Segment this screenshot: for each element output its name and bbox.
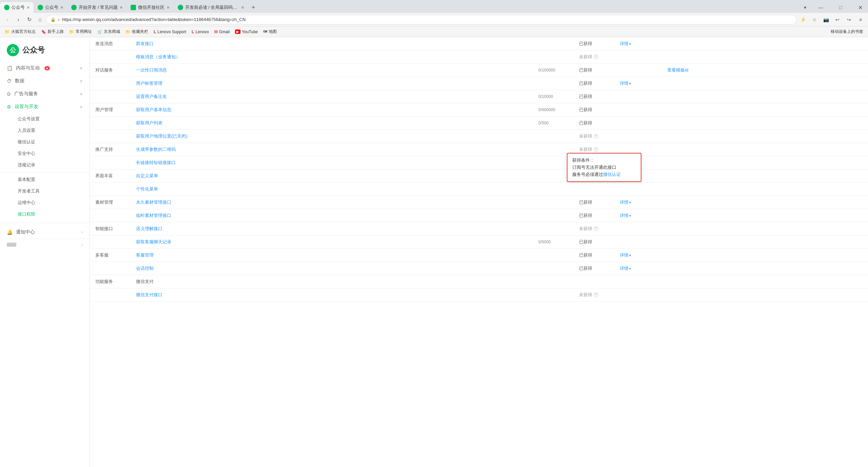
menu-button[interactable]: ≡ <box>856 15 865 24</box>
sidebar-item-data[interactable]: ⏱ 数据 ∨ <box>0 75 90 87</box>
sidebar-item-violations[interactable]: 违规记录 <box>0 159 90 171</box>
cell-quota: 0/100000 <box>533 64 574 77</box>
detail-button[interactable]: 详情 ▾ <box>620 212 656 219</box>
tab-5-close[interactable]: × <box>241 5 244 10</box>
detail-button[interactable]: 详情 ▾ <box>620 199 656 205</box>
cell-feature[interactable]: 长链接转短链接接口 <box>131 156 533 169</box>
help-icon[interactable]: ? <box>594 147 598 152</box>
notification-center[interactable]: 🔔 通知中心 › <box>0 226 90 239</box>
tab-3-close[interactable]: × <box>120 5 122 10</box>
cell-feature[interactable]: 获取用户列表 <box>131 117 533 130</box>
forward-button[interactable]: › <box>14 15 23 24</box>
cell-feature[interactable]: 永久素材管理接口 <box>131 196 533 209</box>
cell-extra <box>662 288 868 302</box>
detail-button[interactable]: 详情 ▾ <box>620 252 656 258</box>
bookmark-star-button[interactable]: ☆ <box>810 15 819 24</box>
cell-quota <box>533 77 574 90</box>
back-button[interactable]: ‹ <box>3 15 12 24</box>
cell-feature[interactable]: 个性化菜单 <box>131 183 533 196</box>
refresh-button[interactable]: ↻ <box>24 15 34 24</box>
bookmark-youtube[interactable]: ▶ YouTube <box>233 29 260 35</box>
extensions-button[interactable]: ⚡ <box>798 15 808 24</box>
cell-feature[interactable]: 获取用户地理位置(已关闭) <box>131 130 533 143</box>
bookmark-xinshou[interactable]: 🔖 新手上路 <box>39 28 66 35</box>
bookmark-jd[interactable]: 🛒 京东商城 <box>95 28 122 35</box>
maximize-button[interactable]: □ <box>833 2 848 13</box>
tab-5[interactable]: 开发前必读 / 全局返回码说明 × <box>174 2 248 13</box>
tab-2-close[interactable]: × <box>60 5 63 10</box>
help-icon[interactable]: ? <box>594 292 598 297</box>
bookmark-huohu[interactable]: 📁 火狐官方站点 <box>3 28 38 35</box>
bookmark-lenovo-support[interactable]: L Lenovo Support <box>152 29 188 35</box>
cell-feature[interactable]: 自定义菜单 <box>131 169 533 183</box>
cell-status: 已获得 <box>574 262 614 275</box>
tab-4[interactable]: 微信开放社区 × <box>127 2 173 13</box>
tooltip-box: 获得条件： 订阅号无法开通此接口 服务号必须通过微信认证 <box>567 153 641 182</box>
view-template-id[interactable]: 查看模板id <box>667 67 688 73</box>
bookmark-changyong-icon: 📁 <box>69 29 74 34</box>
bookmark-gmail[interactable]: M Gmail <box>212 29 232 35</box>
screenshot-button[interactable]: 📷 <box>821 15 831 24</box>
tab-dropdown-button[interactable]: ▾ <box>801 3 809 12</box>
bookmark-lenovo[interactable]: L Lenovo <box>190 29 211 35</box>
bookmark-shoucang[interactable]: 📁 收藏夹栏 <box>123 28 150 35</box>
cell-feature[interactable]: 临时素材管理接口 <box>131 209 533 222</box>
tab-4-close[interactable]: × <box>167 5 169 10</box>
detail-button[interactable]: 详情 ▾ <box>620 80 656 86</box>
sidebar-item-dev-tools[interactable]: 开发者工具 <box>0 185 90 197</box>
sidebar-item-gzh-settings[interactable]: 公众号设置 <box>0 113 90 125</box>
cell-feature[interactable]: 获取用户基本信息 <box>131 103 533 117</box>
help-icon[interactable]: ? <box>594 226 598 231</box>
cell-quota <box>533 50 574 64</box>
undo-button[interactable]: ↩ <box>833 15 842 24</box>
tab-1-close[interactable]: × <box>27 5 30 10</box>
sidebar-item-content[interactable]: 📋 内容与互动 ● ∨ <box>0 62 90 75</box>
help-icon[interactable]: ? <box>594 134 598 139</box>
tab-2[interactable]: 公众号 × <box>34 2 67 13</box>
cell-feature[interactable]: 会话控制 <box>131 262 533 275</box>
cell-feature[interactable]: 设置用户备注名 <box>131 90 533 103</box>
table-row: 用户管理 获取用户基本信息 0/500000 已获得 <box>90 103 868 117</box>
sidebar-item-security[interactable]: 安全中心 <box>0 148 90 159</box>
cell-feature[interactable]: 微信支付接口 <box>131 288 533 302</box>
bookmark-changyong-label: 常用网址 <box>76 29 92 35</box>
minimize-button[interactable]: — <box>813 2 829 13</box>
sidebar-item-settings[interactable]: ⚙ 设置与开发 ∧ <box>0 100 90 113</box>
redo-button[interactable]: ↪ <box>844 15 854 24</box>
cell-feature[interactable]: 一次性订阅消息 <box>131 64 533 77</box>
cell-extra <box>662 196 868 209</box>
bookmark-map[interactable]: 🗺 地图 <box>261 28 279 35</box>
cell-feature[interactable]: 用户标签管理 <box>131 77 533 90</box>
sidebar-item-basic-config[interactable]: 基本配置 <box>0 174 90 185</box>
mobile-bookmarks[interactable]: 移动设备上的书签 <box>829 28 865 35</box>
cell-feature[interactable]: 群发接口 <box>131 37 533 50</box>
detail-button[interactable]: 详情 ▾ <box>620 41 656 47</box>
cell-feature[interactable]: 获取客服聊天记录 <box>131 236 533 249</box>
sidebar-item-people-settings[interactable]: 人员设置 <box>0 125 90 136</box>
cell-extra <box>662 37 868 50</box>
sidebar-item-wechat-cert[interactable]: 微信认证 <box>0 136 90 148</box>
bookmark-lenovo-support-icon: L <box>154 29 156 34</box>
cell-feature[interactable]: 客服管理 <box>131 249 533 262</box>
bookmark-changyong[interactable]: 📁 常用网址 <box>67 28 94 35</box>
help-icon[interactable]: ? <box>594 55 598 59</box>
detail-arrow: ▾ <box>629 42 631 46</box>
tab-1[interactable]: 公众号 × <box>0 2 34 13</box>
cell-feature[interactable]: 生成带参数的二维码 <box>131 143 533 156</box>
tooltip-line2-highlight[interactable]: 微信认证 <box>603 172 621 177</box>
cell-status: 未获得 ? <box>574 222 614 236</box>
sidebar-item-ads[interactable]: ⊙ 广告与服务 ∨ <box>0 87 90 100</box>
tab-2-favicon <box>38 5 43 10</box>
address-bar[interactable]: 🔒 ≡ https://mp.weixin.qq.com/advanced/ad… <box>46 15 797 24</box>
tab-3[interactable]: 开始开发 / 常见问题 × <box>67 2 127 13</box>
detail-button[interactable]: 详情 ▾ <box>620 265 656 271</box>
new-tab-button[interactable]: + <box>248 3 259 13</box>
cell-feature[interactable]: 模板消息（业务通知） <box>131 50 533 64</box>
home-button[interactable]: ⌂ <box>35 15 45 24</box>
cell-feature[interactable]: 语义理解接口 <box>131 222 533 236</box>
close-window-button[interactable]: ✕ <box>852 2 868 13</box>
detail-arrow: ▾ <box>629 253 631 257</box>
sidebar-item-api-permissions[interactable]: 接口权限 <box>0 208 90 220</box>
sidebar-item-ops-center[interactable]: 运维中心 <box>0 197 90 208</box>
profile-area[interactable]: › <box>0 239 90 250</box>
